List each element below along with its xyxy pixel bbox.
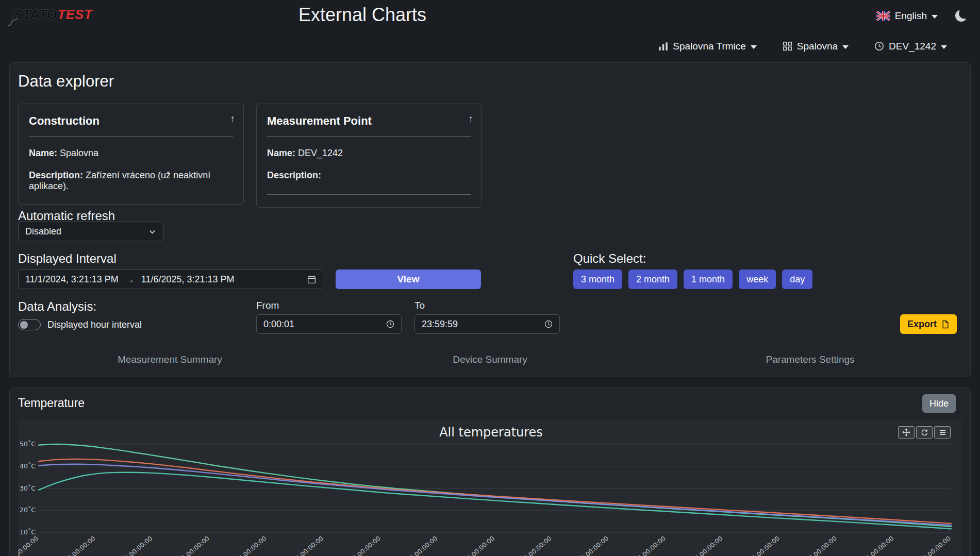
- svg-text:50˚C: 50˚C: [20, 440, 36, 448]
- right-arrow-icon: →: [125, 274, 135, 285]
- svg-text:24.12 2024 00:00:00: 24.12 2024 00:00:00: [384, 535, 439, 556]
- from-time-input[interactable]: 0:00:01: [256, 314, 402, 334]
- uk-flag-icon: [876, 11, 890, 21]
- from-time-value: 0:00:01: [263, 319, 294, 330]
- svg-text:11.1 2025 00:00:00: 11.1 2025 00:00:00: [729, 535, 781, 556]
- chart-refresh-button[interactable]: [916, 426, 933, 439]
- svg-text:30˚C: 30˚C: [20, 484, 36, 492]
- svg-text:6.12 2024 00:00:00: 6.12 2024 00:00:00: [45, 535, 97, 556]
- clock-icon: [386, 320, 394, 328]
- automatic-refresh-select[interactable]: Disabled: [18, 222, 163, 241]
- quick-select-week-button[interactable]: week: [739, 269, 776, 289]
- automatic-refresh-heading: Automatic refresh: [18, 209, 115, 223]
- language-label: English: [895, 10, 927, 22]
- tab-device-summary[interactable]: Device Summary: [330, 354, 650, 365]
- svg-text:2.1 2025 00:00:00: 2.1 2025 00:00:00: [561, 535, 610, 556]
- svg-text:14.1 2025 00:00:00: 14.1 2025 00:00:00: [787, 535, 838, 556]
- construction-card: Construction ↑ Name: Spalovna Descriptio…: [18, 104, 244, 205]
- svg-text:8.1 2025 00:00:00: 8.1 2025 00:00:00: [675, 535, 724, 556]
- quick-select-3month-button[interactable]: 3 month: [573, 269, 622, 289]
- svg-text:20˚C: 20˚C: [20, 506, 36, 514]
- svg-text:20.1 2025 00:00:00: 20.1 2025 00:00:00: [901, 535, 952, 556]
- file-icon: [941, 320, 950, 329]
- constructions-dropdown[interactable]: Spalovna Trmice: [658, 41, 757, 52]
- svg-text:17.1 2025 00:00:00: 17.1 2025 00:00:00: [843, 535, 895, 556]
- chart-x-axis-labels: 3.12 2024 00:00:006.12 2024 00:00:009.12…: [18, 535, 952, 556]
- refresh-icon: [921, 429, 928, 436]
- calendar-icon: [307, 275, 316, 284]
- page-title: External Charts: [298, 4, 426, 26]
- chart-menu-button[interactable]: [934, 426, 951, 439]
- all-temperatures-chart: All temperatures10˚C20˚C30˚C40˚C50˚C3.12…: [18, 420, 962, 556]
- quick-select-day-button[interactable]: day: [782, 269, 812, 289]
- top-header: STATOTEST External Charts English: [0, 0, 980, 32]
- sort-arrow-icon[interactable]: ↑: [469, 113, 474, 125]
- measurement-point-name: DEV_1242: [298, 148, 343, 158]
- clock-icon: [874, 41, 884, 51]
- hour-interval-toggle-label: Displayed hour interval: [47, 319, 142, 330]
- hide-button[interactable]: Hide: [922, 394, 956, 413]
- interval-from-value: 11/1/2024, 3:21:13 PM: [25, 274, 119, 285]
- svg-text:5.1 2025 00:00:00: 5.1 2025 00:00:00: [619, 535, 667, 556]
- chart-line-series4: [39, 473, 951, 529]
- date-range-input[interactable]: 11/1/2024, 3:21:13 PM → 11/6/2025, 3:21:…: [18, 269, 323, 289]
- svg-text:27.12 2024 00:00:00: 27.12 2024 00:00:00: [441, 535, 496, 556]
- temperature-panel: Temperature Hide All t: [9, 387, 971, 556]
- quick-select-2month-button[interactable]: 2 month: [628, 269, 677, 289]
- measurement-point-card-title: Measurement Point: [267, 114, 471, 128]
- svg-text:3.12 2024 00:00:00: 3.12 2024 00:00:00: [18, 535, 40, 556]
- chart-gridlines: [39, 444, 951, 532]
- to-time-value: 23:59:59: [422, 319, 458, 330]
- chart-line-series1: [39, 444, 951, 527]
- chart-series: [39, 444, 951, 529]
- device-dropdown[interactable]: DEV_1242: [874, 41, 947, 52]
- automatic-refresh-value: Disabled: [25, 226, 61, 237]
- clock-icon: [544, 320, 553, 328]
- chevron-down-icon: [941, 45, 947, 49]
- quick-select-1month-button[interactable]: 1 month: [684, 269, 733, 289]
- svg-text:12.12 2024 00:00:00: 12.12 2024 00:00:00: [156, 535, 211, 556]
- to-label: To: [414, 300, 425, 311]
- chevron-down-icon: [148, 228, 156, 235]
- language-dropdown[interactable]: English: [876, 10, 938, 22]
- hour-interval-toggle[interactable]: [18, 319, 41, 330]
- temperature-heading: Temperature: [18, 396, 85, 410]
- chart-toolbar: [898, 426, 951, 439]
- to-time-input[interactable]: 23:59:59: [414, 314, 560, 334]
- export-button[interactable]: Export: [900, 314, 957, 334]
- menu-icon: [939, 429, 946, 436]
- bar-chart-icon: [658, 41, 668, 51]
- svg-text:30.12 2024 00:00:00: 30.12 2024 00:00:00: [499, 535, 553, 556]
- temperature-chart: All temperatures10˚C20˚C30˚C40˚C50˚C3.12…: [18, 420, 962, 556]
- description-label: Description:: [29, 170, 83, 180]
- view-button[interactable]: View: [336, 269, 481, 289]
- data-explorer-title: Data explorer: [18, 72, 114, 91]
- summary-tabs: Measurement Summary Device Summary Param…: [10, 354, 970, 365]
- tab-parameters-settings[interactable]: Parameters Settings: [650, 354, 970, 365]
- construction-dropdown[interactable]: Spalovna: [783, 41, 849, 52]
- chevron-down-icon: [751, 45, 757, 49]
- construction-name: Spalovna: [60, 148, 98, 158]
- logo-text-test: TEST: [58, 7, 93, 22]
- app-logo[interactable]: STATOTEST: [13, 7, 92, 22]
- svg-text:10˚C: 10˚C: [20, 528, 36, 536]
- interval-to-value: 11/6/2025, 3:21:13 PM: [141, 274, 235, 285]
- device-dropdown-label: DEV_1242: [889, 41, 936, 52]
- tab-measurement-summary[interactable]: Measurement Summary: [10, 354, 330, 365]
- svg-text:9.12 2024 00:00:00: 9.12 2024 00:00:00: [102, 535, 154, 556]
- logo-swoosh-icon: [7, 15, 25, 26]
- chevron-down-icon: [932, 15, 938, 19]
- constructions-dropdown-label: Spalovna Trmice: [673, 41, 746, 52]
- name-label: Name:: [29, 148, 57, 158]
- move-icon: [902, 428, 910, 436]
- theme-toggle-button[interactable]: [955, 10, 967, 22]
- svg-text:40˚C: 40˚C: [20, 462, 36, 470]
- construction-card-title: Construction: [29, 114, 233, 128]
- sort-arrow-icon[interactable]: ↑: [230, 113, 236, 125]
- chart-line-series3: [39, 464, 951, 526]
- chart-pan-button[interactable]: [898, 426, 915, 439]
- displayed-interval-heading: Displayed Interval: [18, 251, 117, 266]
- quick-select-heading: Quick Select:: [573, 251, 646, 266]
- grid-icon: [783, 41, 792, 51]
- data-analysis-heading: Data Analysis:: [18, 299, 96, 314]
